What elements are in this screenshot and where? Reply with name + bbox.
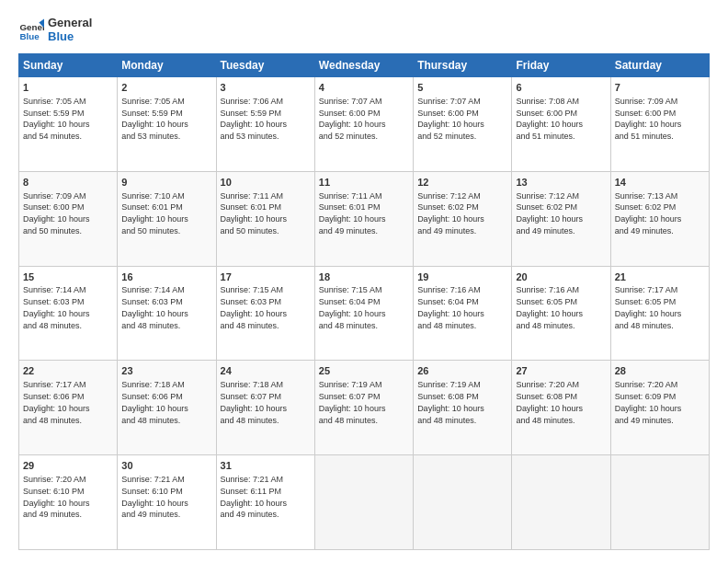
calendar-cell: 22Sunrise: 7:17 AMSunset: 6:06 PMDayligh…: [19, 361, 118, 455]
day-number: 24: [221, 364, 311, 378]
calendar-cell: 26Sunrise: 7:19 AMSunset: 6:08 PMDayligh…: [414, 361, 512, 455]
day-info: Sunrise: 7:20 AMSunset: 6:08 PMDaylight:…: [516, 380, 583, 424]
calendar-cell: 5Sunrise: 7:07 AMSunset: 6:00 PMDaylight…: [414, 76, 512, 171]
col-header-sunday: Sunday: [19, 53, 118, 76]
col-header-wednesday: Wednesday: [314, 53, 413, 76]
calendar-week-2: 8Sunrise: 7:09 AMSunset: 6:00 PMDaylight…: [19, 171, 710, 266]
day-number: 21: [615, 270, 705, 284]
col-header-monday: Monday: [118, 53, 216, 76]
day-info: Sunrise: 7:16 AMSunset: 6:04 PMDaylight:…: [417, 285, 484, 329]
day-info: Sunrise: 7:19 AMSunset: 6:07 PMDaylight:…: [319, 380, 386, 424]
day-info: Sunrise: 7:12 AMSunset: 6:02 PMDaylight:…: [516, 191, 583, 236]
day-info: Sunrise: 7:09 AMSunset: 6:00 PMDaylight:…: [615, 97, 682, 141]
calendar-cell: 23Sunrise: 7:18 AMSunset: 6:06 PMDayligh…: [118, 361, 216, 455]
svg-text:Blue: Blue: [19, 31, 40, 41]
calendar-cell: 17Sunrise: 7:15 AMSunset: 6:03 PMDayligh…: [216, 266, 314, 361]
calendar-cell: 27Sunrise: 7:20 AMSunset: 6:08 PMDayligh…: [512, 361, 610, 455]
calendar-cell: 25Sunrise: 7:19 AMSunset: 6:07 PMDayligh…: [314, 361, 413, 455]
calendar-cell: 10Sunrise: 7:11 AMSunset: 6:01 PMDayligh…: [216, 171, 314, 266]
day-number: 2: [121, 81, 211, 95]
logo: General Blue General Blue: [18, 17, 92, 44]
day-number: 18: [319, 270, 409, 284]
calendar-cell: 3Sunrise: 7:06 AMSunset: 5:59 PMDaylight…: [216, 76, 314, 171]
day-info: Sunrise: 7:16 AMSunset: 6:05 PMDaylight:…: [516, 285, 583, 329]
day-number: 30: [121, 459, 211, 473]
day-info: Sunrise: 7:19 AMSunset: 6:08 PMDaylight:…: [417, 380, 484, 424]
day-info: Sunrise: 7:18 AMSunset: 6:06 PMDaylight:…: [121, 380, 188, 424]
day-info: Sunrise: 7:14 AMSunset: 6:03 PMDaylight:…: [23, 285, 90, 329]
calendar-cell: 4Sunrise: 7:07 AMSunset: 6:00 PMDaylight…: [314, 76, 413, 171]
day-number: 25: [319, 364, 409, 378]
day-info: Sunrise: 7:10 AMSunset: 6:01 PMDaylight:…: [121, 191, 188, 236]
col-header-saturday: Saturday: [610, 53, 709, 76]
calendar-cell: 14Sunrise: 7:13 AMSunset: 6:02 PMDayligh…: [610, 171, 709, 266]
day-info: Sunrise: 7:15 AMSunset: 6:03 PMDaylight:…: [221, 285, 288, 329]
logo-general: General: [48, 17, 92, 30]
day-number: 28: [615, 364, 705, 378]
calendar-week-5: 29Sunrise: 7:20 AMSunset: 6:10 PMDayligh…: [19, 455, 710, 550]
calendar-header-row: SundayMondayTuesdayWednesdayThursdayFrid…: [19, 53, 710, 76]
col-header-thursday: Thursday: [414, 53, 512, 76]
day-number: 17: [221, 270, 311, 284]
day-number: 12: [417, 176, 507, 190]
day-number: 15: [23, 270, 113, 284]
calendar-cell: 18Sunrise: 7:15 AMSunset: 6:04 PMDayligh…: [314, 266, 413, 361]
calendar-cell: [512, 455, 610, 550]
day-number: 22: [23, 364, 113, 378]
day-number: 13: [516, 176, 606, 190]
day-info: Sunrise: 7:12 AMSunset: 6:02 PMDaylight:…: [417, 191, 484, 236]
calendar-cell: 16Sunrise: 7:14 AMSunset: 6:03 PMDayligh…: [118, 266, 216, 361]
calendar-cell: 28Sunrise: 7:20 AMSunset: 6:09 PMDayligh…: [610, 361, 709, 455]
calendar-cell: 19Sunrise: 7:16 AMSunset: 6:04 PMDayligh…: [414, 266, 512, 361]
day-info: Sunrise: 7:07 AMSunset: 6:00 PMDaylight:…: [319, 97, 386, 141]
day-info: Sunrise: 7:21 AMSunset: 6:11 PMDaylight:…: [221, 475, 288, 519]
day-number: 29: [23, 459, 113, 473]
day-info: Sunrise: 7:11 AMSunset: 6:01 PMDaylight:…: [319, 191, 386, 236]
calendar-cell: 12Sunrise: 7:12 AMSunset: 6:02 PMDayligh…: [414, 171, 512, 266]
calendar-cell: 11Sunrise: 7:11 AMSunset: 6:01 PMDayligh…: [314, 171, 413, 266]
calendar-cell: 8Sunrise: 7:09 AMSunset: 6:00 PMDaylight…: [19, 171, 118, 266]
day-info: Sunrise: 7:05 AMSunset: 5:59 PMDaylight:…: [23, 97, 90, 141]
day-info: Sunrise: 7:15 AMSunset: 6:04 PMDaylight:…: [319, 285, 386, 329]
day-number: 26: [417, 364, 507, 378]
day-number: 3: [221, 81, 311, 95]
day-info: Sunrise: 7:20 AMSunset: 6:09 PMDaylight:…: [615, 380, 682, 424]
col-header-tuesday: Tuesday: [216, 53, 314, 76]
calendar-cell: 15Sunrise: 7:14 AMSunset: 6:03 PMDayligh…: [19, 266, 118, 361]
calendar-cell: [314, 455, 413, 550]
calendar-cell: 13Sunrise: 7:12 AMSunset: 6:02 PMDayligh…: [512, 171, 610, 266]
calendar-cell: 6Sunrise: 7:08 AMSunset: 6:00 PMDaylight…: [512, 76, 610, 171]
day-info: Sunrise: 7:14 AMSunset: 6:03 PMDaylight:…: [121, 285, 188, 329]
day-info: Sunrise: 7:17 AMSunset: 6:06 PMDaylight:…: [23, 380, 90, 424]
calendar-cell: 7Sunrise: 7:09 AMSunset: 6:00 PMDaylight…: [610, 76, 709, 171]
day-info: Sunrise: 7:18 AMSunset: 6:07 PMDaylight:…: [221, 380, 288, 424]
calendar-week-1: 1Sunrise: 7:05 AMSunset: 5:59 PMDaylight…: [19, 76, 710, 171]
calendar-cell: 9Sunrise: 7:10 AMSunset: 6:01 PMDaylight…: [118, 171, 216, 266]
calendar-cell: 2Sunrise: 7:05 AMSunset: 5:59 PMDaylight…: [118, 76, 216, 171]
day-info: Sunrise: 7:13 AMSunset: 6:02 PMDaylight:…: [615, 191, 682, 236]
calendar-cell: 24Sunrise: 7:18 AMSunset: 6:07 PMDayligh…: [216, 361, 314, 455]
day-info: Sunrise: 7:09 AMSunset: 6:00 PMDaylight:…: [23, 191, 90, 236]
calendar-cell: 21Sunrise: 7:17 AMSunset: 6:05 PMDayligh…: [610, 266, 709, 361]
day-info: Sunrise: 7:17 AMSunset: 6:05 PMDaylight:…: [615, 285, 682, 329]
calendar-cell: 29Sunrise: 7:20 AMSunset: 6:10 PMDayligh…: [19, 455, 118, 550]
day-number: 6: [516, 81, 606, 95]
day-number: 20: [516, 270, 606, 284]
day-info: Sunrise: 7:21 AMSunset: 6:10 PMDaylight:…: [121, 475, 188, 519]
calendar-cell: 30Sunrise: 7:21 AMSunset: 6:10 PMDayligh…: [118, 455, 216, 550]
day-number: 11: [319, 176, 409, 190]
calendar-cell: 1Sunrise: 7:05 AMSunset: 5:59 PMDaylight…: [19, 76, 118, 171]
day-number: 4: [319, 81, 409, 95]
day-info: Sunrise: 7:11 AMSunset: 6:01 PMDaylight:…: [221, 191, 288, 236]
day-info: Sunrise: 7:07 AMSunset: 6:00 PMDaylight:…: [417, 97, 484, 141]
calendar-week-4: 22Sunrise: 7:17 AMSunset: 6:06 PMDayligh…: [19, 361, 710, 455]
day-number: 23: [121, 364, 211, 378]
day-number: 5: [417, 81, 507, 95]
day-info: Sunrise: 7:20 AMSunset: 6:10 PMDaylight:…: [23, 475, 90, 519]
calendar-cell: 31Sunrise: 7:21 AMSunset: 6:11 PMDayligh…: [216, 455, 314, 550]
calendar-week-3: 15Sunrise: 7:14 AMSunset: 6:03 PMDayligh…: [19, 266, 710, 361]
day-number: 10: [221, 176, 311, 190]
day-number: 27: [516, 364, 606, 378]
col-header-friday: Friday: [512, 53, 610, 76]
day-number: 19: [417, 270, 507, 284]
